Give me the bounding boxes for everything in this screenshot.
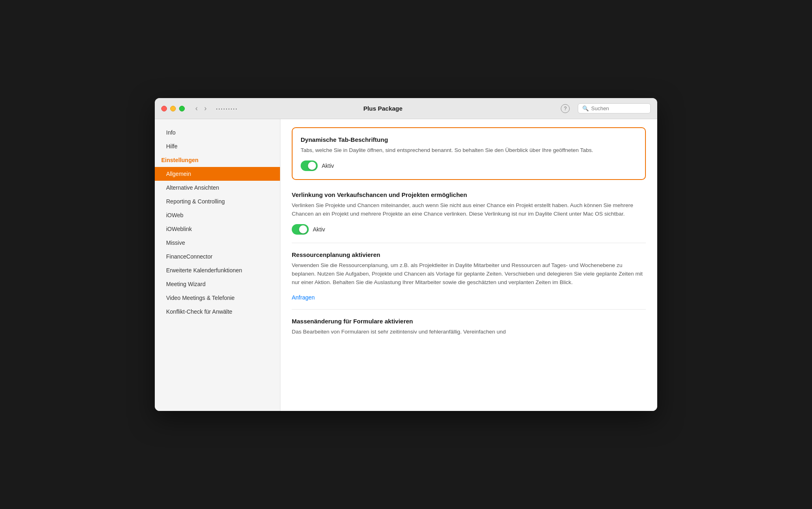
sidebar-item-erweiterte-kalender[interactable]: Erweiterte Kalenderfunktionen xyxy=(155,263,280,277)
sidebar-item-financeconnector[interactable]: FinanceConnector xyxy=(155,250,280,263)
sidebar-item-alternative-ansichten[interactable]: Alternative Ansichten xyxy=(155,181,280,195)
setting-massenänderung: Massenänderung für Formulare aktivieren … xyxy=(292,310,646,350)
sidebar-item-ioweblink[interactable]: iOWeblink xyxy=(155,222,280,236)
setting-verlinkung: Verlinkung von Verkaufschancen und Proje… xyxy=(292,183,646,243)
sidebar-item-konflikt-check[interactable]: Konflikt-Check für Anwälte xyxy=(155,305,280,319)
sidebar-item-info[interactable]: Info xyxy=(155,126,280,139)
nav-buttons: ‹ › xyxy=(193,103,209,113)
toggle-thumb-2 xyxy=(299,225,307,233)
toggle-thumb xyxy=(308,162,316,170)
sidebar-item-hilfe[interactable]: Hilfe xyxy=(155,139,280,153)
forward-button[interactable]: › xyxy=(202,103,209,113)
help-button[interactable]: ? xyxy=(561,104,570,113)
search-input[interactable] xyxy=(591,105,644,111)
toggle-dynamische-tab[interactable] xyxy=(301,160,318,171)
toggle-label-verlinkung: Aktiv xyxy=(313,226,325,233)
search-box: 🔍 xyxy=(578,103,651,113)
search-icon: 🔍 xyxy=(582,105,589,111)
sidebar-item-video-meetings[interactable]: Video Meetings & Telefonie xyxy=(155,291,280,305)
content-area: Info Hilfe Einstellungen Allgemein Alter… xyxy=(155,119,657,411)
toggle-track-2 xyxy=(292,224,309,235)
minimize-button[interactable] xyxy=(170,106,176,111)
setting-desc-verlinkung: Verlinken Sie Projekte und Chancen mitei… xyxy=(292,201,646,218)
setting-desc-massenänderung: Das Bearbeiten von Formularen ist sehr z… xyxy=(292,328,646,336)
setting-title-verlinkung: Verlinkung von Verkaufschancen und Proje… xyxy=(292,191,646,198)
maximize-button[interactable] xyxy=(179,106,185,111)
sidebar-item-ioweb[interactable]: iOWeb xyxy=(155,208,280,222)
toggle-track xyxy=(301,160,318,171)
sidebar-item-meeting-wizard[interactable]: Meeting Wizard xyxy=(155,277,280,291)
anfragen-link[interactable]: Anfragen xyxy=(292,294,315,301)
traffic-lights xyxy=(161,106,185,111)
sidebar-item-reporting[interactable]: Reporting & Controlling xyxy=(155,195,280,208)
main-window: ‹ › ⋯⋯⋯ Plus Package ? 🔍 Info Hilfe Eins… xyxy=(155,98,657,411)
setting-desc-dynamische-tab: Tabs, welche Sie in Daylite öffnen, sind… xyxy=(301,146,637,155)
setting-ressourcenplanung: Ressourcenplanung aktivieren Verwenden S… xyxy=(292,243,646,310)
sidebar-item-missive[interactable]: Missive xyxy=(155,236,280,250)
setting-title-ressourcenplanung: Ressourcenplanung aktivieren xyxy=(292,251,646,258)
sidebar-section-einstellungen: Einstellungen xyxy=(155,153,280,167)
main-content: Dynamische Tab-Beschriftung Tabs, welche… xyxy=(280,119,657,411)
setting-title-dynamische-tab: Dynamische Tab-Beschriftung xyxy=(301,136,637,143)
window-title: Plus Package xyxy=(210,105,556,112)
toggle-row-dynamische-tab: Aktiv xyxy=(301,160,637,171)
back-button[interactable]: ‹ xyxy=(193,103,200,113)
sidebar-item-allgemein[interactable]: Allgemein xyxy=(155,167,280,181)
setting-title-massenänderung: Massenänderung für Formulare aktivieren xyxy=(292,318,646,325)
titlebar: ‹ › ⋯⋯⋯ Plus Package ? 🔍 xyxy=(155,98,657,119)
toggle-label-dynamische-tab: Aktiv xyxy=(322,163,334,169)
close-button[interactable] xyxy=(161,106,167,111)
setting-desc-ressourcenplanung: Verwenden Sie die Ressourcenplanung, um … xyxy=(292,261,646,287)
setting-dynamische-tab: Dynamische Tab-Beschriftung Tabs, welche… xyxy=(292,127,646,180)
sidebar: Info Hilfe Einstellungen Allgemein Alter… xyxy=(155,119,280,411)
toggle-row-verlinkung: Aktiv xyxy=(292,224,646,235)
toggle-verlinkung[interactable] xyxy=(292,224,309,235)
